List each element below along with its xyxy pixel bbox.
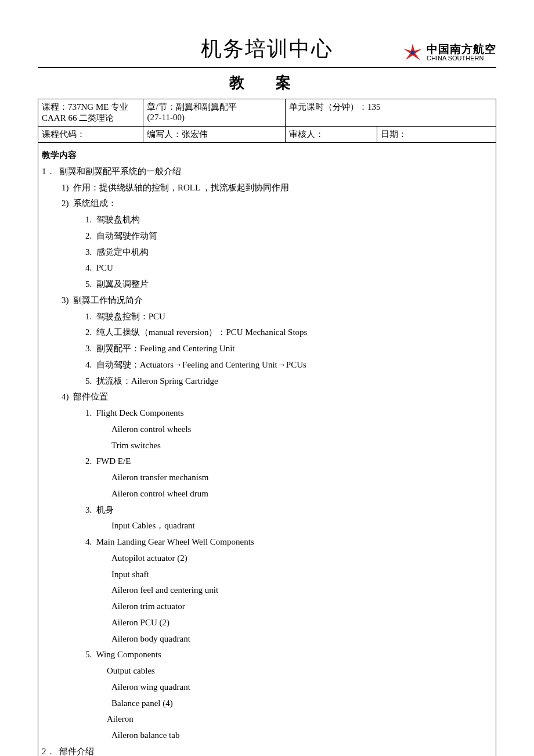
- content-line: 2. 纯人工操纵（manual reversion）：PCU Mechanica…: [42, 325, 492, 341]
- value-chapter: 副翼和副翼配平: [176, 102, 237, 111]
- content-line: Aileron control wheel drum: [42, 486, 492, 502]
- content-line: 1． 副翼和副翼配平系统的一般介绍: [42, 164, 492, 180]
- content-line: Input Cables，quadrant: [42, 518, 492, 534]
- content-line: Aileron PCU (2): [42, 615, 492, 631]
- content-line: Aileron wing quadrant: [42, 679, 492, 696]
- content-line: Trim switches: [42, 438, 492, 454]
- content-line: 1. 驾驶盘控制：PCU: [42, 309, 492, 325]
- logo-en-text: CHINA SOUTHERN: [427, 55, 496, 62]
- content-line: Output cables: [42, 663, 492, 679]
- content-line: 4. PCU: [42, 260, 492, 276]
- section-title: 教学内容: [42, 147, 492, 164]
- content-line: Autopilot actuator (2): [42, 550, 492, 567]
- value-chapter-code: (27-11-00): [147, 113, 184, 122]
- logo-cn-text: 中国南方航空: [427, 44, 496, 55]
- cell-chapter: 章/节：副翼和副翼配平 (27-11-00): [143, 99, 286, 127]
- china-southern-logo-icon: [402, 42, 423, 63]
- cell-reviewer: 审核人：: [286, 127, 377, 143]
- cell-course: 课程：737NG ME 专业 CAAR 66 二类理论: [38, 99, 143, 127]
- label-chapter: 章/节：: [147, 102, 175, 111]
- content-line: 1. Flight Deck Components: [42, 405, 492, 422]
- content-line: 2. 自动驾驶作动筒: [42, 228, 492, 244]
- label-reviewer: 审核人：: [289, 129, 324, 139]
- label-course: 课程：: [42, 102, 68, 111]
- value-duration: 135: [367, 102, 381, 111]
- content-line: 4. Main Landing Gear Wheel Well Componen…: [42, 534, 492, 550]
- content-line: 2. FWD E/E: [42, 453, 492, 470]
- document-title: 教 案: [38, 73, 496, 93]
- content-box: 教学内容 1． 副翼和副翼配平系统的一般介绍1) 作用：提供绕纵轴的控制，ROL…: [38, 143, 496, 756]
- content-line: Aileron body quadrant: [42, 631, 492, 647]
- label-date: 日期：: [381, 129, 407, 139]
- content-line: Aileron balance tab: [42, 728, 492, 744]
- content-line: 1) 作用：提供绕纵轴的控制，ROLL ，扰流板起到协同作用: [42, 180, 492, 196]
- cell-duration: 单元课时（分钟）：135: [286, 99, 496, 127]
- content-line: Aileron transfer mechanism: [42, 470, 492, 486]
- content-line: 5. Wing Components: [42, 647, 492, 663]
- content-line: Aileron control wheels: [42, 422, 492, 438]
- content-line: Aileron trim actuator: [42, 599, 492, 615]
- content-line: 2) 系统组成：: [42, 196, 492, 212]
- cell-author: 编写人：张宏伟: [143, 127, 286, 143]
- content-line: 3) 副翼工作情况简介: [42, 293, 492, 309]
- value-course-line2: CAAR 66 二类理论: [42, 113, 114, 123]
- content-line: Aileron feel and centering unit: [42, 582, 492, 599]
- logo-block: 中国南方航空 CHINA SOUTHERN: [402, 42, 496, 63]
- content-line: Aileron: [42, 711, 492, 728]
- meta-table: 课程：737NG ME 专业 CAAR 66 二类理论 章/节：副翼和副翼配平 …: [38, 99, 496, 143]
- content-line: 3. 感觉定中机构: [42, 244, 492, 261]
- label-course-code: 课程代码：: [42, 129, 85, 139]
- page-header: 机务培训中心 中国南方航空 CHINA SOUTHERN: [38, 35, 496, 68]
- header-center-title: 机务培训中心: [201, 35, 333, 63]
- value-author: 张宏伟: [182, 129, 208, 139]
- logo-text: 中国南方航空 CHINA SOUTHERN: [427, 44, 496, 62]
- cell-date: 日期：: [377, 127, 496, 143]
- content-line: 5. 副翼及调整片: [42, 276, 492, 293]
- content-line: 5. 扰流板：Aileron Spring Cartridge: [42, 373, 492, 390]
- page: 机务培训中心 中国南方航空 CHINA SOUTHERN 教 案 课程：737N…: [0, 0, 534, 756]
- table-row: 课程：737NG ME 专业 CAAR 66 二类理论 章/节：副翼和副翼配平 …: [38, 99, 496, 127]
- content-line: 2． 部件介绍: [42, 744, 492, 756]
- content-lines: 1． 副翼和副翼配平系统的一般介绍1) 作用：提供绕纵轴的控制，ROLL ，扰流…: [42, 164, 492, 756]
- content-line: 1. 驾驶盘机构: [42, 212, 492, 228]
- content-line: 4) 部件位置: [42, 389, 492, 405]
- cell-course-code: 课程代码：: [38, 127, 143, 143]
- content-line: Input shaft: [42, 567, 492, 583]
- content-line: Balance panel (4): [42, 696, 492, 712]
- label-duration: 单元课时（分钟）：: [289, 102, 367, 111]
- content-line: 3. 副翼配平：Feeling and Centering Unit: [42, 341, 492, 357]
- label-author: 编写人：: [147, 129, 182, 139]
- value-course: 737NG ME 专业: [68, 102, 128, 111]
- content-line: 3. 机身: [42, 502, 492, 519]
- table-row: 课程代码： 编写人：张宏伟 审核人： 日期：: [38, 127, 496, 143]
- svg-point-0: [410, 51, 414, 55]
- content-line: 4. 自动驾驶：Actuators→Feeling and Centering …: [42, 357, 492, 373]
